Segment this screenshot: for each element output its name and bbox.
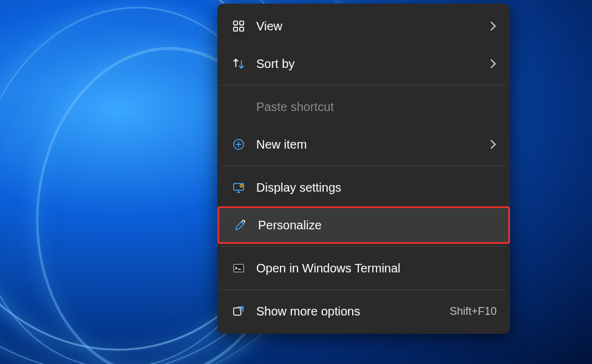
menu-item-new[interactable]: New item (217, 126, 510, 163)
svg-rect-3 (240, 27, 243, 31)
menu-label: Show more options (256, 305, 449, 318)
keyboard-shortcut: Shift+F10 (449, 305, 497, 318)
menu-item-open-terminal[interactable]: Open in Windows Terminal (217, 249, 510, 287)
menu-label: Sort by (256, 57, 489, 71)
menu-item-show-more-options[interactable]: Show more options Shift+F10 (217, 292, 510, 330)
menu-label: Paste shortcut (256, 100, 497, 114)
menu-label: Open in Windows Terminal (256, 261, 497, 275)
show-more-icon (231, 303, 247, 319)
menu-separator (221, 166, 506, 166)
svg-rect-0 (234, 21, 237, 25)
view-icon (231, 18, 247, 34)
desktop-context-menu: View Sort by Paste shortcut New item (217, 4, 510, 334)
chevron-right-icon (489, 21, 497, 31)
paintbrush-icon (233, 217, 248, 233)
menu-item-sort-by[interactable]: Sort by (217, 45, 510, 83)
terminal-icon (231, 260, 247, 276)
menu-separator (221, 289, 506, 290)
menu-item-paste-shortcut: Paste shortcut (217, 88, 510, 126)
svg-rect-8 (234, 308, 241, 315)
menu-separator (221, 246, 506, 247)
chevron-right-icon (489, 59, 497, 69)
menu-item-display-settings[interactable]: Display settings (217, 169, 510, 206)
display-settings-icon (231, 180, 247, 195)
menu-label: Personalize (258, 218, 495, 232)
menu-label: Display settings (256, 181, 497, 195)
svg-rect-7 (234, 265, 244, 272)
blank-icon (231, 99, 247, 115)
chevron-right-icon (489, 140, 497, 149)
menu-item-personalize[interactable]: Personalize (217, 206, 510, 244)
sort-icon (231, 56, 247, 72)
menu-label: New item (256, 138, 489, 152)
plus-circle-icon (231, 136, 247, 152)
menu-separator (221, 85, 506, 86)
menu-label: View (256, 19, 489, 33)
svg-rect-1 (240, 21, 243, 25)
svg-rect-2 (234, 27, 237, 31)
menu-item-view[interactable]: View (217, 7, 510, 45)
